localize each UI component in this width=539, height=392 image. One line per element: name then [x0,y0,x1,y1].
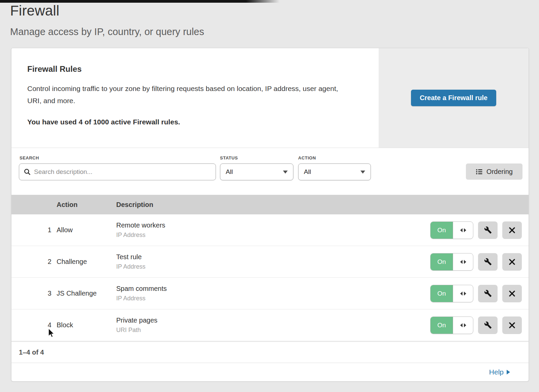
edit-rule-button[interactable] [478,221,498,239]
rule-action: Block [57,309,73,341]
rule-priority: 2 [44,246,55,277]
wrench-icon [484,290,492,297]
status-select[interactable]: All [220,163,293,180]
rule-match-type: IP Address [116,232,165,239]
toggle-handle-arrows-icon[interactable] [453,317,473,334]
ordering-button-label: Ordering [486,168,513,176]
table-header: Action Description [11,195,529,214]
row-controls: On [430,246,522,277]
rule-priority: 1 [44,214,55,246]
rule-match-type: IP Address [116,263,146,270]
rule-match-type: IP Address [116,295,167,302]
rule-toggle[interactable]: On [430,285,473,302]
rule-description: Test rule [116,253,146,261]
section-description: Control incoming traffic to your zone by… [27,83,347,107]
delete-rule-button[interactable] [502,285,522,302]
rule-description-cell: Remote workers IP Address [116,214,165,246]
page-title: Firewall [10,3,59,19]
rule-description-cell: Test rule IP Address [116,246,146,277]
help-row: Help [11,363,529,381]
rule-description: Private pages [116,316,157,324]
search-box[interactable] [19,163,216,180]
search-input[interactable] [34,168,211,176]
help-link[interactable]: Help [489,368,510,376]
column-header-description: Description [116,201,153,209]
screen-artifact-bar [0,0,280,3]
rule-description-cell: Spam comments IP Address [116,278,167,309]
chevron-down-icon [360,171,365,174]
delete-rule-button[interactable] [502,253,522,271]
status-label: STATUS [220,155,238,160]
row-controls: On [430,214,522,246]
rule-description: Spam comments [116,285,167,293]
rule-toggle[interactable]: On [430,221,473,239]
toggle-on-label[interactable]: On [431,253,453,270]
edit-rule-button[interactable] [478,253,498,271]
rules-usage-note: You have used 4 of 1000 active Firewall … [27,118,364,126]
rule-toggle[interactable]: On [430,316,473,334]
section-title: Firewall Rules [27,64,364,74]
rule-priority: 3 [44,278,55,309]
list-icon [476,168,483,175]
create-rule-panel: Create a Firewall rule [379,48,529,148]
table-row: 1 Allow Remote workers IP Address On [11,214,529,246]
close-icon [509,227,515,234]
chevron-down-icon [283,171,288,174]
toggle-handle-arrows-icon[interactable] [453,285,473,302]
toggle-on-label[interactable]: On [431,317,453,334]
delete-rule-button[interactable] [502,221,522,239]
rule-action: JS Challenge [57,278,97,309]
rule-toggle[interactable]: On [430,253,473,271]
row-controls: On [430,278,522,309]
search-label: SEARCH [20,155,39,160]
overview-text-block: Firewall Rules Control incoming traffic … [27,64,364,126]
status-select-value: All [226,168,233,176]
arrow-right-icon [507,370,510,374]
toggle-handle-arrows-icon[interactable] [453,253,473,270]
close-icon [509,290,515,297]
pagination-row: 1–4 of 4 [11,341,529,363]
action-select[interactable]: All [298,163,371,180]
delete-rule-button[interactable] [502,316,522,334]
table-row: 2 Challenge Test rule IP Address On [11,246,529,278]
mouse-cursor [47,328,56,340]
firewall-rules-card: Firewall Rules Control incoming traffic … [11,48,529,381]
pagination-count: 1–4 of 4 [19,349,44,356]
wrench-icon [484,321,492,329]
edit-rule-button[interactable] [478,316,498,334]
filters-section: SEARCH STATUS All ACTION All Ordering [11,148,529,195]
row-controls: On [430,309,522,341]
wrench-icon [484,258,492,266]
close-icon [509,322,515,329]
create-firewall-rule-button[interactable]: Create a Firewall rule [411,90,496,106]
overview-section: Firewall Rules Control incoming traffic … [11,48,529,148]
search-icon [24,169,31,175]
toggle-on-label[interactable]: On [431,222,453,239]
rules-list: 1 Allow Remote workers IP Address On [11,214,529,341]
ordering-button[interactable]: Ordering [466,163,522,180]
rule-description: Remote workers [116,221,165,229]
toggle-handle-arrows-icon[interactable] [453,222,473,239]
rule-description-cell: Private pages URI Path [116,309,157,341]
edit-rule-button[interactable] [478,285,498,302]
page-subtitle: Manage access by IP, country, or query r… [10,26,204,37]
rule-action: Allow [57,214,73,246]
toggle-on-label[interactable]: On [431,285,453,302]
wrench-icon [484,226,492,234]
close-icon [509,259,515,265]
column-header-action: Action [57,201,77,209]
action-select-value: All [304,168,311,176]
action-label: ACTION [298,155,316,160]
table-row: 4 Block Private pages URI Path On [11,309,529,341]
rule-match-type: URI Path [116,327,157,334]
table-row: 3 JS Challenge Spam comments IP Address … [11,278,529,309]
rule-action: Challenge [57,246,87,277]
help-link-label: Help [489,368,504,376]
